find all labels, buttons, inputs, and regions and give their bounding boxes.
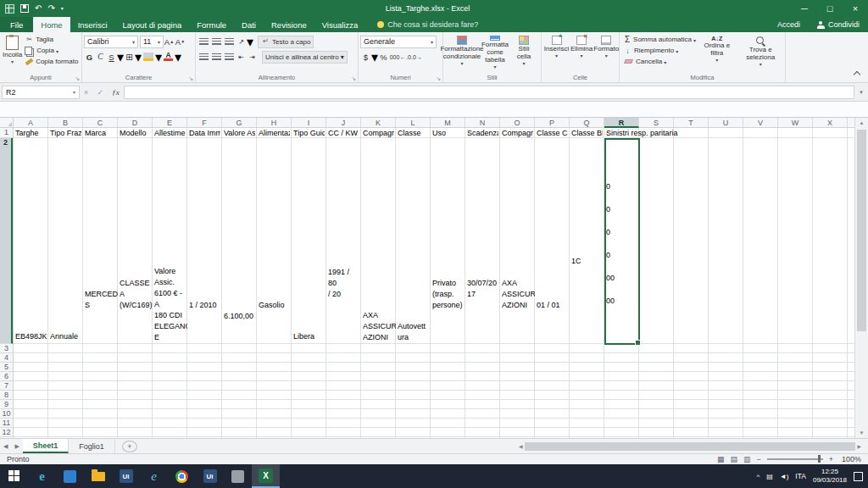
horizontal-scrollbar[interactable]: ◀ ▶: [519, 441, 861, 452]
vertical-scroll-thumb[interactable]: [857, 130, 866, 331]
scroll-right-icon[interactable]: ▶: [857, 441, 861, 452]
cell-G2[interactable]: 6.100,00: [222, 138, 257, 344]
row-header-9[interactable]: 9: [0, 400, 13, 409]
column-header-N[interactable]: N: [465, 118, 500, 128]
cell-H2[interactable]: Gasolio: [257, 138, 292, 344]
row-header-1[interactable]: 1: [0, 128, 13, 138]
sheet-tab-sheet1[interactable]: Sheet1: [23, 439, 70, 453]
page-break-view-icon[interactable]: ▥: [743, 455, 751, 463]
column-header-K[interactable]: K: [361, 118, 396, 128]
cell-D1[interactable]: Modello: [118, 128, 151, 138]
font-name-combo[interactable]: Calibri ▾: [84, 36, 138, 48]
accounting-dropdown-icon[interactable]: ▾: [371, 49, 378, 65]
grid-row-4[interactable]: [14, 353, 854, 363]
delete-cells-button[interactable]: Elimina ▾: [570, 34, 593, 72]
cell-I1[interactable]: Tipo Guid: [292, 128, 325, 138]
clipboard-dialog-launcher-icon[interactable]: ↘: [75, 75, 80, 81]
column-header-S[interactable]: S: [639, 118, 674, 128]
vertical-scrollbar[interactable]: ▲ ▼: [854, 118, 868, 438]
file-explorer-icon[interactable]: [84, 464, 112, 488]
grid-row-9[interactable]: [14, 400, 854, 409]
cell-G1[interactable]: Valore As:: [222, 128, 255, 138]
sort-filter-button[interactable]: A↓Z Ordina e filtra ▾: [696, 34, 738, 72]
redo-icon[interactable]: ↷: [47, 4, 54, 13]
column-header-U[interactable]: U: [709, 118, 743, 128]
cell-O2[interactable]: AXAASSICURAZIONI: [500, 138, 535, 344]
row-header-3[interactable]: 3: [0, 344, 13, 353]
cell-F1[interactable]: Data Imm: [187, 128, 220, 138]
cell-N2[interactable]: 30/07/2017: [465, 138, 500, 344]
zoom-in-button[interactable]: +: [829, 455, 833, 463]
column-header-X[interactable]: X: [813, 118, 848, 128]
number-format-combo[interactable]: Generale ▾: [360, 36, 437, 48]
tray-expand-icon[interactable]: ^: [756, 473, 760, 480]
scroll-left-icon[interactable]: ◀: [519, 441, 523, 452]
tell-me-box[interactable]: Che cosa si desidera fare?: [377, 17, 478, 32]
fill-color-dropdown-icon[interactable]: ▾: [155, 49, 162, 65]
orientation-icon[interactable]: ↗: [236, 36, 247, 47]
copy-button[interactable]: Copia ▾: [25, 45, 78, 56]
undo-icon[interactable]: ↶: [35, 4, 42, 13]
formula-input[interactable]: [124, 86, 854, 99]
italic-button[interactable]: C: [95, 51, 106, 63]
fill-button[interactable]: ↓ Riempimento ▾: [623, 45, 696, 56]
edge-icon[interactable]: e: [28, 464, 56, 488]
row-header-12[interactable]: 12: [0, 428, 13, 437]
row-header-6[interactable]: 6: [0, 372, 13, 381]
minimize-button[interactable]: ─: [792, 0, 817, 17]
tab-visualizza[interactable]: Visualizza: [314, 17, 366, 32]
cell-Q1[interactable]: Classe BM: [570, 128, 603, 138]
cell-P2[interactable]: 01 / 01: [535, 138, 570, 344]
row-header-2[interactable]: 2: [0, 138, 13, 344]
zoom-slider[interactable]: [767, 458, 823, 460]
language-indicator[interactable]: ITA: [795, 472, 806, 480]
increase-decimal-icon[interactable]: ←.0: [400, 51, 411, 63]
column-header-F[interactable]: F: [187, 118, 222, 128]
grid-row-2[interactable]: EB498JKAnnualeMERCEDESCLASSE A(W/C169)Va…: [14, 138, 854, 344]
increase-indent-icon[interactable]: ⇥: [247, 51, 258, 63]
grid-row-3[interactable]: [14, 344, 854, 353]
cell-O1[interactable]: Compagni: [500, 128, 533, 138]
tab-inserisci[interactable]: Inserisci: [70, 17, 115, 32]
cell-D2[interactable]: CLASSE A(W/C169): [118, 138, 153, 344]
new-sheet-button[interactable]: +: [122, 441, 137, 452]
select-all-button[interactable]: [0, 118, 14, 128]
cell-L1[interactable]: Classe: [396, 128, 429, 138]
zoom-level[interactable]: 100%: [839, 455, 861, 463]
cell-L2[interactable]: Autovettura: [396, 138, 431, 344]
format-cells-button[interactable]: Formato ▾: [593, 34, 619, 72]
cell-F2[interactable]: 1 / 2010: [187, 138, 222, 344]
find-select-button[interactable]: Trova e seleziona ▾: [738, 34, 783, 72]
row-header-7[interactable]: 7: [0, 381, 13, 391]
share-button[interactable]: Condividi: [809, 17, 868, 32]
align-center-icon[interactable]: [212, 53, 221, 60]
align-middle-icon[interactable]: [212, 38, 221, 45]
alignment-dialog-launcher-icon[interactable]: ↘: [351, 75, 356, 81]
tab-layout-di-pagina[interactable]: Layout di pagina: [115, 17, 190, 32]
cell-Q2[interactable]: 1C: [570, 138, 604, 344]
chrome-icon[interactable]: [168, 464, 196, 488]
wrap-text-button[interactable]: ↵ Testo a capo: [258, 36, 314, 48]
cell-I2[interactable]: Libera: [292, 138, 326, 344]
cell-E1[interactable]: Allestime: [153, 128, 186, 138]
column-header-A[interactable]: A: [14, 118, 48, 128]
uipath-studio-icon[interactable]: Ui: [196, 464, 224, 488]
borders-icon[interactable]: ⊞: [124, 51, 135, 63]
cell-A2[interactable]: EB498JK: [14, 138, 48, 344]
orientation-dropdown-icon[interactable]: ▾: [247, 34, 253, 50]
cell-K1[interactable]: Compagni: [361, 128, 394, 138]
row-header-10[interactable]: 10: [0, 409, 13, 419]
cancel-icon[interactable]: ×: [84, 88, 88, 97]
tray-icon-1[interactable]: ▤: [766, 473, 773, 480]
format-as-table-button[interactable]: Formatta come tabella ▾: [479, 34, 511, 72]
format-painter-button[interactable]: Copia formato: [25, 56, 78, 67]
cell-K2[interactable]: AXAASSICURAZIONI: [361, 138, 396, 344]
column-header-C[interactable]: C: [83, 118, 118, 128]
cell-J2[interactable]: 1991 / 80/ 20: [326, 138, 361, 344]
volume-icon[interactable]: ◄): [780, 473, 789, 480]
font-color-dropdown-icon[interactable]: ▾: [175, 49, 181, 65]
app-icon[interactable]: [56, 464, 84, 488]
grid-row-10[interactable]: [14, 409, 854, 419]
cell-R1[interactable]: Sinistri resp. paritaria: [604, 128, 678, 138]
cell-N1[interactable]: Scadenza: [465, 128, 498, 138]
